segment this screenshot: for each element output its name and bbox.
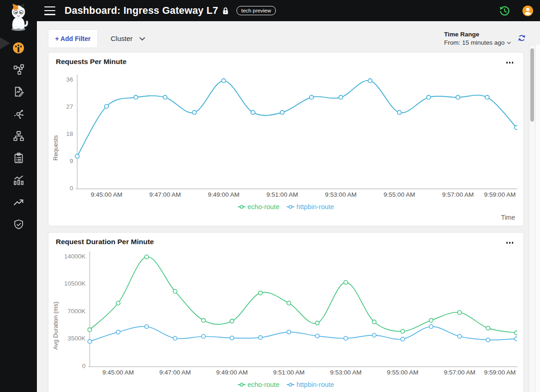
svg-text:9:47:00 AM: 9:47:00 AM	[149, 191, 181, 198]
legend-item-httpbin-route[interactable]: httpbin-route	[287, 381, 334, 388]
legend-label: echo-route	[248, 203, 279, 211]
sidebar-item-proxies[interactable]	[12, 108, 24, 120]
scroll-gutter	[535, 45, 540, 392]
history-icon[interactable]	[498, 5, 510, 17]
sidebar-item-metrics[interactable]	[12, 175, 24, 187]
chart-legend: echo-routehttpbin-route	[48, 203, 523, 211]
lock-icon	[222, 7, 229, 15]
ellipsis-icon[interactable]	[506, 60, 513, 65]
cluster-dropdown-label: Cluster	[111, 35, 133, 42]
svg-text:9:53:00 AM: 9:53:00 AM	[325, 191, 356, 198]
svg-text:0: 0	[70, 185, 73, 192]
svg-text:3500K: 3500K	[67, 335, 85, 342]
legend-label: echo-route	[248, 381, 279, 388]
svg-text:14000K: 14000K	[64, 253, 86, 260]
scrollbar-thumb[interactable]	[530, 48, 534, 122]
svg-text:9:47:00 AM: 9:47:00 AM	[159, 369, 190, 376]
ellipsis-icon[interactable]	[506, 240, 513, 246]
svg-text:9:53:00 AM: 9:53:00 AM	[330, 369, 362, 376]
svg-text:9:57:00 AM: 9:57:00 AM	[444, 369, 475, 376]
svg-text:36: 36	[66, 76, 73, 83]
shield-check-icon	[13, 225, 24, 232]
svg-text:0: 0	[82, 363, 86, 369]
svg-text:9:49:00 AM: 9:49:00 AM	[208, 191, 239, 198]
trending-up-icon	[13, 203, 24, 210]
sidebar-item-service-graph[interactable]	[12, 64, 24, 76]
app-header: Dashboard: Ingress Gateway L7 tech previ…	[0, 0, 540, 21]
refresh-icon[interactable]	[517, 34, 526, 42]
legend-label: httpbin-route	[297, 381, 334, 388]
svg-text:9:51:00 AM: 9:51:00 AM	[273, 369, 304, 376]
svg-text:9:59:00 AM: 9:59:00 AM	[484, 191, 516, 198]
svg-text:9: 9	[70, 158, 73, 164]
panel-title: Request Duration Per Minute	[56, 238, 154, 246]
page-title: Dashboard: Ingress Gateway L7	[65, 5, 218, 17]
avatar-icon[interactable]	[522, 6, 533, 16]
add-filter-button[interactable]: + Add Filter	[48, 29, 98, 48]
clipboard-list-icon	[13, 158, 24, 165]
svg-text:9:55:00 AM: 9:55:00 AM	[384, 191, 415, 198]
sitemap-icon	[13, 136, 24, 143]
sidebar-item-reports[interactable]	[12, 86, 24, 98]
main-content: + Add Filter Cluster Time Range From: 15…	[37, 21, 540, 392]
time-range-label: Time Range	[444, 31, 511, 38]
panel-request-duration-per-minute: Request Duration Per Minute 03500K7000K1…	[48, 232, 524, 392]
svg-text:18: 18	[66, 130, 73, 137]
legend-line-marker-icon	[238, 205, 245, 209]
sidebar-item-dashboards[interactable]	[12, 42, 24, 54]
cluster-dropdown[interactable]: Cluster	[111, 35, 145, 42]
time-range-from-value: From: 15 minutes ago	[444, 39, 504, 46]
time-range-control: Time Range From: 15 minutes ago	[444, 31, 511, 46]
svg-text:9:57:00 AM: 9:57:00 AM	[442, 191, 474, 198]
request-duration-per-minute-chart: 03500K7000K10500K14000K9:45:00 AM9:47:00…	[48, 249, 524, 392]
legend-item-httpbin-route[interactable]: httpbin-route	[287, 203, 334, 211]
sidebar-item-policies[interactable]	[12, 152, 24, 164]
sidebar-item-security[interactable]	[12, 219, 24, 231]
kuma-cat-logo	[8, 3, 29, 33]
chart-bars-icon	[13, 181, 24, 187]
svg-text:7000K: 7000K	[67, 308, 85, 315]
svg-text:9:45:00 AM: 9:45:00 AM	[102, 369, 134, 376]
legend-item-echo-route[interactable]: echo-route	[238, 381, 279, 388]
svg-text:Requests: Requests	[52, 135, 59, 160]
share-network-icon	[13, 114, 24, 121]
chevron-down-icon	[507, 39, 511, 46]
legend-line-marker-icon	[287, 205, 294, 209]
time-range-from-dropdown[interactable]: From: 15 minutes ago	[444, 39, 511, 46]
tech-preview-badge: tech preview	[237, 6, 276, 16]
legend-item-echo-route[interactable]: echo-route	[238, 203, 279, 211]
sidebar-item-trends[interactable]	[12, 197, 24, 209]
menu-icon[interactable]	[44, 6, 55, 15]
svg-text:9:59:00 AM: 9:59:00 AM	[484, 369, 516, 376]
svg-text:Avg Duration (ms): Avg Duration (ms)	[52, 302, 59, 350]
gauge-icon	[12, 48, 24, 55]
svg-text:10500K: 10500K	[64, 280, 86, 287]
svg-text:9:49:00 AM: 9:49:00 AM	[216, 369, 248, 376]
git-network-icon	[13, 70, 24, 77]
sidebar-item-gateways[interactable]	[12, 130, 24, 142]
legend-line-marker-icon	[287, 382, 294, 387]
legend-line-marker-icon	[238, 382, 245, 387]
svg-text:9:51:00 AM: 9:51:00 AM	[267, 191, 298, 198]
document-edit-icon	[13, 92, 24, 99]
panel-requests-per-minute: Requests Per Minute 091827369:45:00 AM9:…	[48, 52, 524, 226]
chevron-down-icon	[139, 35, 145, 42]
panel-title: Requests Per Minute	[56, 58, 126, 66]
scrollbar-track[interactable]	[529, 45, 535, 392]
svg-text:9:45:00 AM: 9:45:00 AM	[91, 191, 122, 198]
svg-text:9:55:00 AM: 9:55:00 AM	[387, 369, 418, 376]
svg-text:Time: Time	[501, 214, 515, 221]
chart-legend: echo-routehttpbin-route	[48, 381, 523, 388]
sidebar	[0, 21, 37, 392]
legend-label: httpbin-route	[297, 203, 334, 211]
svg-text:27: 27	[66, 103, 73, 110]
